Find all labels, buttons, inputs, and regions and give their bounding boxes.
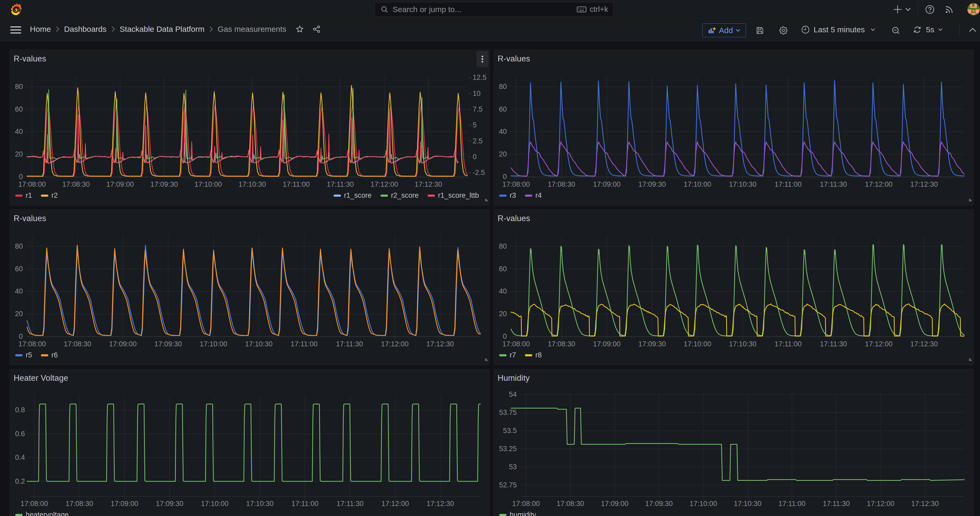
svg-text:0: 0 (19, 173, 23, 181)
svg-text:0: 0 (473, 153, 477, 161)
svg-text:17:08:00: 17:08:00 (502, 180, 530, 188)
svg-text:17:08:30: 17:08:30 (62, 180, 90, 188)
svg-text:17:12:00: 17:12:00 (381, 340, 409, 348)
svg-text:0.8: 0.8 (15, 406, 25, 414)
svg-text:17:10:00: 17:10:00 (684, 180, 711, 188)
svg-text:17:08:00: 17:08:00 (21, 500, 48, 508)
svg-text:17:09:30: 17:09:30 (156, 500, 183, 508)
svg-text:17:12:30: 17:12:30 (415, 180, 442, 188)
svg-text:40: 40 (15, 127, 23, 135)
svg-text:10: 10 (473, 89, 480, 97)
svg-text:17:10:30: 17:10:30 (238, 180, 266, 188)
svg-text:17:10:30: 17:10:30 (246, 500, 274, 508)
svg-text:17:11:00: 17:11:00 (291, 340, 318, 348)
svg-text:17:11:30: 17:11:30 (820, 180, 847, 188)
svg-text:17:12:00: 17:12:00 (865, 180, 892, 188)
svg-text:54: 54 (509, 390, 517, 398)
svg-text:17:09:00: 17:09:00 (111, 500, 138, 508)
svg-text:17:09:30: 17:09:30 (638, 180, 666, 188)
svg-text:20: 20 (499, 310, 507, 318)
svg-text:17:09:00: 17:09:00 (593, 180, 620, 188)
svg-text:17:11:30: 17:11:30 (327, 180, 354, 188)
svg-text:20: 20 (15, 150, 23, 158)
svg-text:17:10:00: 17:10:00 (201, 500, 229, 508)
svg-text:17:10:30: 17:10:30 (729, 180, 757, 188)
svg-text:17:10:00: 17:10:00 (689, 500, 717, 508)
svg-text:0.6: 0.6 (15, 430, 25, 438)
svg-text:17:11:30: 17:11:30 (336, 340, 363, 348)
svg-text:53.5: 53.5 (503, 427, 517, 435)
svg-text:17:12:00: 17:12:00 (371, 180, 398, 188)
svg-text:17:08:00: 17:08:00 (18, 180, 46, 188)
svg-text:17:08:30: 17:08:30 (548, 340, 575, 348)
svg-text:20: 20 (15, 310, 23, 318)
svg-text:17:09:00: 17:09:00 (601, 500, 628, 508)
svg-text:60: 60 (499, 265, 507, 273)
svg-text:17:10:00: 17:10:00 (200, 340, 227, 348)
svg-text:17:09:30: 17:09:30 (638, 340, 666, 348)
svg-text:80: 80 (15, 242, 23, 250)
svg-text:17:12:30: 17:12:30 (910, 180, 938, 188)
svg-text:17:11:30: 17:11:30 (820, 340, 847, 348)
svg-text:17:09:30: 17:09:30 (150, 180, 178, 188)
svg-text:5: 5 (473, 121, 477, 129)
svg-text:17:12:00: 17:12:00 (867, 500, 894, 508)
svg-text:53: 53 (509, 463, 517, 471)
svg-text:17:12:30: 17:12:30 (426, 500, 454, 508)
svg-text:0: 0 (503, 173, 507, 181)
svg-text:17:12:30: 17:12:30 (910, 340, 938, 348)
svg-text:17:10:30: 17:10:30 (734, 500, 761, 508)
svg-text:17:10:00: 17:10:00 (194, 180, 222, 188)
svg-text:17:09:00: 17:09:00 (106, 180, 134, 188)
svg-text:52.75: 52.75 (499, 481, 517, 489)
svg-text:0.4: 0.4 (15, 454, 25, 461)
svg-text:60: 60 (499, 105, 507, 113)
svg-text:17:12:00: 17:12:00 (865, 340, 892, 348)
svg-text:0.2: 0.2 (15, 478, 25, 485)
svg-text:17:08:30: 17:08:30 (557, 500, 584, 508)
svg-text:80: 80 (15, 83, 23, 91)
svg-text:17:09:00: 17:09:00 (109, 340, 137, 348)
svg-text:80: 80 (499, 83, 507, 91)
svg-text:17:08:30: 17:08:30 (64, 340, 91, 348)
svg-text:17:09:30: 17:09:30 (154, 340, 182, 348)
svg-text:40: 40 (15, 287, 23, 295)
svg-text:17:10:30: 17:10:30 (729, 340, 757, 348)
svg-text:7.5: 7.5 (473, 105, 483, 113)
svg-text:60: 60 (15, 265, 23, 273)
svg-text:53.25: 53.25 (499, 445, 517, 453)
svg-text:17:09:00: 17:09:00 (593, 340, 620, 348)
svg-text:17:12:30: 17:12:30 (426, 340, 454, 348)
svg-text:17:08:00: 17:08:00 (502, 340, 530, 348)
svg-text:17:08:30: 17:08:30 (65, 500, 93, 508)
svg-text:20: 20 (499, 150, 507, 158)
svg-text:17:11:30: 17:11:30 (823, 500, 850, 508)
svg-text:17:11:00: 17:11:00 (778, 500, 805, 508)
svg-text:17:11:00: 17:11:00 (283, 180, 310, 188)
svg-text:17:08:00: 17:08:00 (18, 340, 46, 348)
svg-text:40: 40 (499, 127, 507, 135)
svg-text:-2.5: -2.5 (473, 169, 485, 177)
svg-text:0: 0 (503, 333, 507, 340)
svg-text:2.5: 2.5 (473, 137, 483, 145)
svg-text:17:11:00: 17:11:00 (775, 180, 802, 188)
svg-text:0: 0 (19, 333, 23, 340)
svg-text:17:11:00: 17:11:00 (291, 500, 318, 508)
svg-text:17:08:30: 17:08:30 (548, 180, 575, 188)
svg-text:17:12:00: 17:12:00 (381, 500, 409, 508)
svg-text:80: 80 (499, 242, 507, 250)
svg-text:17:10:30: 17:10:30 (245, 340, 273, 348)
svg-text:60: 60 (15, 105, 23, 113)
svg-text:53.75: 53.75 (499, 409, 517, 416)
svg-text:17:11:30: 17:11:30 (336, 500, 363, 508)
svg-text:17:11:00: 17:11:00 (775, 340, 802, 348)
svg-text:12.5: 12.5 (473, 73, 487, 81)
svg-text:17:09:30: 17:09:30 (645, 500, 673, 508)
svg-text:17:08:00: 17:08:00 (512, 500, 540, 508)
svg-text:17:12:30: 17:12:30 (911, 500, 939, 508)
svg-text:17:10:00: 17:10:00 (684, 340, 711, 348)
svg-text:40: 40 (499, 287, 507, 295)
